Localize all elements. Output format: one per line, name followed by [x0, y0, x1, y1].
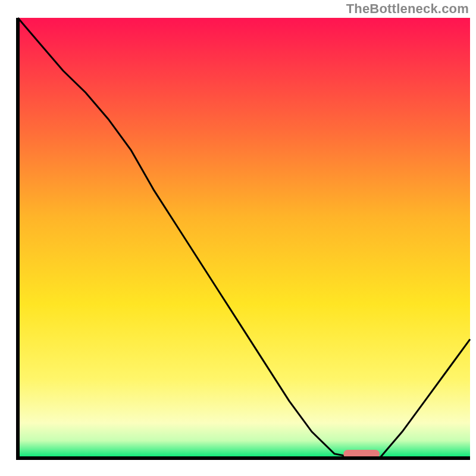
watermark-text: TheBottleneck.com	[346, 1, 469, 17]
chart-stage: TheBottleneck.com	[0, 0, 476, 476]
bottleneck-chart	[0, 0, 476, 476]
plot-background	[18, 18, 470, 458]
